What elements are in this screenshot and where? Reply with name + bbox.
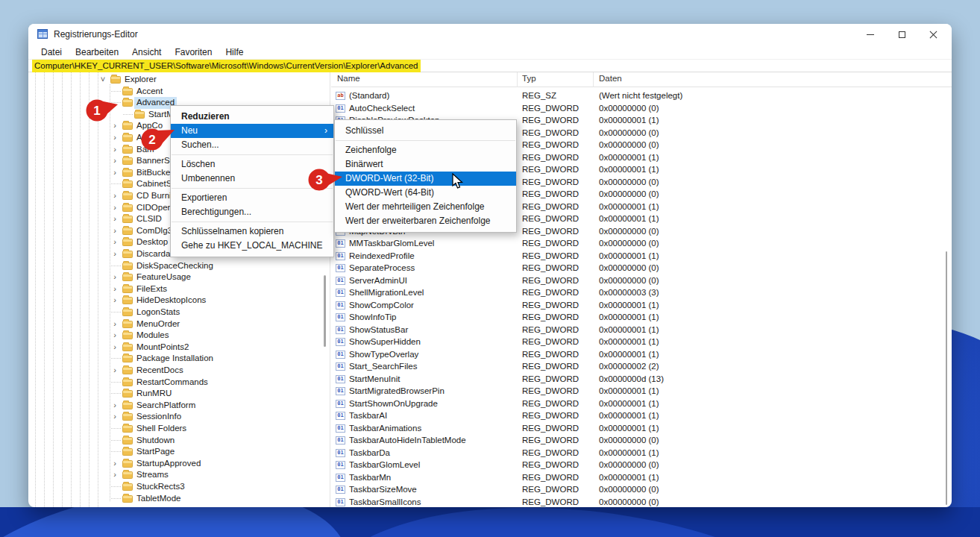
value-row-standard[interactable]: (Standard)REG_SZ(Wert nicht festgelegt) xyxy=(331,90,943,102)
menu-favoriten[interactable]: Favoriten xyxy=(168,47,219,57)
tree-item-streams[interactable]: Streams xyxy=(28,469,330,481)
chevron-right-icon[interactable] xyxy=(110,236,120,248)
value-row-startmenuinit[interactable]: StartMenuInitREG_DWORD0x0000000d (13) xyxy=(331,373,943,386)
chevron-right-icon[interactable] xyxy=(110,411,120,423)
value-row-serveradminui[interactable]: ServerAdminUIREG_DWORD0x00000000 (0) xyxy=(331,274,943,287)
chevron-right-icon[interactable] xyxy=(110,458,120,470)
value-row-startshownonupgrade[interactable]: StartShownOnUpgradeREG_DWORD0x00000001 (… xyxy=(331,398,943,410)
tree-item-runmru[interactable]: RunMRU xyxy=(28,388,330,400)
tree-item-startpage[interactable]: StartPage xyxy=(28,446,330,458)
menu-datei[interactable]: Datei xyxy=(34,47,69,57)
tree-item-featureusage[interactable]: FeatureUsage xyxy=(28,271,330,283)
chevron-right-icon[interactable] xyxy=(110,248,120,260)
value-row-separateprocess[interactable]: SeparateProcessREG_DWORD0x00000000 (0) xyxy=(331,262,943,274)
menu-item-schl-ssel[interactable]: Schlüssel xyxy=(335,124,516,138)
tree-item-label: FileExts xyxy=(134,283,169,295)
chevron-right-icon[interactable] xyxy=(110,155,120,167)
chevron-right-icon[interactable] xyxy=(110,132,120,144)
minimize-button[interactable] xyxy=(855,24,886,45)
tree-item-shutdown[interactable]: Shutdown xyxy=(28,435,330,447)
menu-item-qword-wert-64-bit[interactable]: QWORD-Wert (64-Bit) xyxy=(335,186,516,200)
chevron-right-icon[interactable] xyxy=(110,225,120,237)
tree-item-package-installation[interactable]: Package Installation xyxy=(28,353,330,365)
value-row-taskbarglomlevel[interactable]: TaskbarGlomLevelREG_DWORD0x00000000 (0) xyxy=(331,459,943,471)
tree-item-diskspacechecking[interactable]: DiskSpaceChecking xyxy=(28,260,330,272)
menu-item-berechtigungen[interactable]: Berechtigungen... xyxy=(171,205,333,219)
chevron-right-icon[interactable] xyxy=(110,342,120,354)
menu-item-neu[interactable]: Neu xyxy=(171,124,333,138)
chevron-right-icon[interactable] xyxy=(110,271,120,283)
value-row-showtypeoverlay[interactable]: ShowTypeOverlayREG_DWORD0x00000001 (1) xyxy=(331,348,943,361)
tree-item-mountpoints2[interactable]: MountPoints2 xyxy=(28,342,330,354)
tree-item-menuorder[interactable]: MenuOrder xyxy=(28,318,330,330)
tree-item-hidedesktopicons[interactable]: HideDesktopIcons xyxy=(28,295,330,307)
menu-bearbeiten[interactable]: Bearbeiten xyxy=(69,47,125,57)
value-row-autocheckselect[interactable]: AutoCheckSelectREG_DWORD0x00000000 (0) xyxy=(331,102,943,115)
tree-item-stuckrects3[interactable]: StuckRects3 xyxy=(28,481,330,493)
menu-item-zeichenfolge[interactable]: Zeichenfolge xyxy=(335,143,516,157)
chevron-right-icon[interactable] xyxy=(110,295,120,307)
value-row-taskbarautohideintabletmode[interactable]: TaskbarAutoHideInTabletModeREG_DWORD0x00… xyxy=(331,434,943,447)
value-row-reindexedprofile[interactable]: ReindexedProfileREG_DWORD0x00000001 (1) xyxy=(331,250,943,263)
close-button[interactable] xyxy=(917,24,949,45)
tree-item-recentdocs[interactable]: RecentDocs xyxy=(28,365,330,377)
tree-item-tabletmode[interactable]: TabletMode xyxy=(28,493,330,505)
value-row-showsuperhidden[interactable]: ShowSuperHiddenREG_DWORD0x00000001 (1) xyxy=(331,336,943,348)
menu-item-reduzieren[interactable]: Reduzieren xyxy=(171,110,333,124)
menu-item-wert-der-erweiterbaren-zeichenfolge[interactable]: Wert der erweiterbaren Zeichenfolge xyxy=(335,214,516,228)
value-row-taskbarsmallicons[interactable]: TaskbarSmallIconsREG_DWORD0x00000000 (0) xyxy=(331,496,943,508)
tree-item-searchplatform[interactable]: SearchPlatform xyxy=(28,400,330,412)
chevron-right-icon[interactable] xyxy=(110,400,120,412)
menu-item-wert-der-mehrteiligen-zeichenfolge[interactable]: Wert der mehrteiligen Zeichenfolge xyxy=(335,200,516,214)
chevron-right-icon[interactable] xyxy=(110,318,120,330)
value-row-showstatusbar[interactable]: ShowStatusBarREG_DWORD0x00000001 (1) xyxy=(331,324,943,336)
menu-item-bin-rwert[interactable]: Binärwert xyxy=(335,157,516,172)
menu-item-dword-wert-32-bit[interactable]: DWORD-Wert (32-Bit) xyxy=(335,172,516,186)
menu-item-gehe-zu-hkey-local-machine[interactable]: Gehe zu HKEY_LOCAL_MACHINE xyxy=(171,239,333,253)
list-scrollbar-thumb[interactable] xyxy=(946,251,947,505)
tree-item-startupapproved[interactable]: StartupApproved xyxy=(28,458,330,470)
chevron-down-icon[interactable] xyxy=(98,74,108,86)
titlebar[interactable]: Registrierungs-Editor xyxy=(28,24,952,45)
menu-ansicht[interactable]: Ansicht xyxy=(125,47,168,57)
tree-item-shell-folders[interactable]: Shell Folders xyxy=(28,423,330,435)
value-row-start-searchfiles[interactable]: Start_SearchFilesREG_DWORD0x00000002 (2) xyxy=(331,360,943,373)
chevron-right-icon[interactable] xyxy=(110,213,120,225)
value-row-mmtaskbarglomlevel[interactable]: MMTaskbarGlomLevelREG_DWORD0x00000000 (0… xyxy=(331,237,943,250)
tree-item-accent[interactable]: Accent xyxy=(28,86,330,98)
tree-item-restartcommands[interactable]: RestartCommands xyxy=(28,377,330,389)
column-header-typ[interactable]: Typ xyxy=(522,74,536,83)
value-row-shellmigrationlevel[interactable]: ShellMigrationLevelREG_DWORD0x00000003 (… xyxy=(331,286,943,299)
tree-item-sessioninfo[interactable]: SessionInfo xyxy=(28,411,330,423)
value-row-showcompcolor[interactable]: ShowCompColorREG_DWORD0x00000001 (1) xyxy=(331,299,943,312)
value-row-startmigratedbrowserpin[interactable]: StartMigratedBrowserPinREG_DWORD0x000000… xyxy=(331,385,943,398)
tree-item-fileexts[interactable]: FileExts xyxy=(28,283,330,295)
value-row-taskbarda[interactable]: TaskbarDaREG_DWORD0x00000001 (1) xyxy=(331,447,943,459)
column-header-name[interactable]: Name xyxy=(337,74,360,83)
tree-scrollbar-thumb[interactable] xyxy=(324,275,326,347)
tree-item-modules[interactable]: Modules xyxy=(28,330,330,342)
chevron-right-icon[interactable] xyxy=(110,469,120,481)
tree-item-explorer[interactable]: Explorer xyxy=(28,74,330,86)
value-row-taskbarai[interactable]: TaskbarAIREG_DWORD0x00000001 (1) xyxy=(331,409,943,422)
chevron-right-icon[interactable] xyxy=(110,202,120,214)
column-header-daten[interactable]: Daten xyxy=(599,74,622,83)
menu-item-schl-sselnamen-kopieren[interactable]: Schlüsselnamen kopieren xyxy=(171,224,333,239)
column-divider[interactable] xyxy=(593,72,594,87)
chevron-right-icon[interactable] xyxy=(110,283,120,295)
value-row-showinfotip[interactable]: ShowInfoTipREG_DWORD0x00000001 (1) xyxy=(331,311,943,324)
maximize-button[interactable] xyxy=(886,24,917,45)
menu-item-suchen[interactable]: Suchen... xyxy=(171,138,333,152)
value-row-taskbaranimations[interactable]: TaskbarAnimationsREG_DWORD0x00000001 (1) xyxy=(331,422,943,435)
chevron-right-icon[interactable] xyxy=(110,144,120,156)
chevron-right-icon[interactable] xyxy=(110,365,120,377)
value-row-taskbarsizemove[interactable]: TaskbarSizeMoveREG_DWORD0x00000000 (0) xyxy=(331,483,943,496)
menu-hilfe[interactable]: Hilfe xyxy=(219,47,250,57)
tree-item-logonstats[interactable]: LogonStats xyxy=(28,307,330,318)
value-row-taskbarmn[interactable]: TaskbarMnREG_DWORD0x00000001 (1) xyxy=(331,471,943,484)
column-divider[interactable] xyxy=(517,72,518,87)
address-bar[interactable]: Computer\HKEY_CURRENT_USER\Software\Micr… xyxy=(28,59,952,72)
chevron-right-icon[interactable] xyxy=(110,167,120,179)
chevron-right-icon[interactable] xyxy=(110,330,120,342)
chevron-right-icon[interactable] xyxy=(110,190,120,202)
